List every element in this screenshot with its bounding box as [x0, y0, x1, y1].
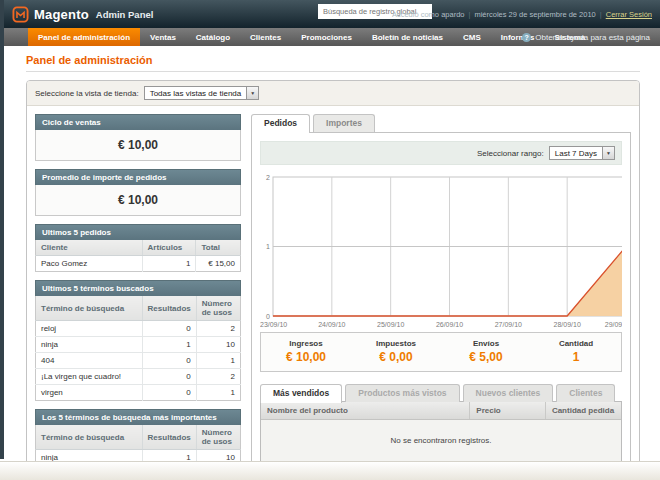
left-tables: Ultimos 5 pedidosClienteArtículosTotalPa… [35, 224, 241, 480]
window-edge [0, 0, 4, 459]
table-row: Paco Gomez1€ 15,00 [36, 256, 241, 272]
dashboard-container: Seleccione la vista de tienda: Todas las… [26, 80, 640, 480]
table-cell: 1 [196, 353, 240, 369]
chart-panel: Seleccionar rango: Last 7 Days ▼ 01223/0… [251, 132, 631, 473]
average-order-box: Promedio de importe de pedidos € 10,00 [35, 169, 241, 216]
svg-text:2: 2 [266, 174, 270, 181]
orders-chart: 01223/09/1024/09/1025/09/1026/09/1027/09… [260, 170, 622, 330]
total-label: Impuestos [351, 339, 441, 348]
nav-item[interactable]: Boletín de noticias [362, 28, 453, 46]
store-view-select[interactable]: Todas las vistas de tienda ▼ [144, 86, 260, 100]
tab[interactable]: Importes [313, 114, 375, 132]
svg-text:24/09/10: 24/09/10 [318, 321, 345, 328]
range-label: Seleccionar rango: [477, 149, 544, 158]
table-cell: virgen [36, 385, 143, 401]
chart-area: 01223/09/1024/09/1025/09/1026/09/1027/09… [260, 165, 622, 332]
column-header: Número de usos [196, 296, 240, 321]
svg-text:25/09/10: 25/09/10 [377, 321, 404, 328]
empty-message: No se encontraron registros. [261, 420, 621, 464]
magento-logo: Magento Admin Panel [12, 6, 153, 23]
column-header: Término de búsqueda [36, 296, 143, 321]
box-title: Los 5 términos de búsqueda más important… [35, 409, 241, 425]
total-stat: Envíos€ 5,00 [441, 339, 531, 364]
left-table-box: Ultimos 5 términos buscadosTérmino de bú… [35, 280, 241, 401]
table-cell: 2 [196, 321, 240, 337]
tab[interactable]: Más vendidos [260, 384, 342, 403]
separator: | [600, 10, 602, 19]
nav-item[interactable]: Clientes [240, 28, 291, 46]
total-stat: Impuestos€ 0,00 [351, 339, 441, 364]
bestsellers-table: Nombre del productoPrecioCantidad pedida… [260, 401, 622, 464]
table-row: ¡La virgen que cuadro!02 [36, 369, 241, 385]
grid-tabs: Más vendidosProductos más vistosNuevos c… [260, 384, 622, 402]
nav-item[interactable]: Ventas [140, 28, 186, 46]
main-nav: Panel de administraciónVentasCatálogoCli… [0, 28, 660, 46]
empty-row: No se encontraron registros. [261, 420, 621, 464]
nav-item[interactable]: CMS [453, 28, 491, 46]
logged-in-as: Accedió como apardo [392, 10, 465, 19]
tab[interactable]: Pedidos [251, 114, 310, 133]
store-view-value: Todas las vistas de tienda [145, 89, 247, 98]
svg-text:1: 1 [266, 243, 270, 250]
total-value: 1 [531, 350, 621, 364]
page-content: Panel de administración Seleccione la vi… [0, 46, 660, 480]
total-value: € 0,00 [351, 350, 441, 364]
table-row: reloj02 [36, 321, 241, 337]
store-view-bar: Seleccione la vista de tienda: Todas las… [27, 81, 639, 106]
lifetime-sales-value: € 10,00 [35, 130, 241, 161]
nav-items: Panel de administraciónVentasCatálogoCli… [28, 28, 595, 46]
total-label: Cantidad [531, 339, 621, 348]
column-header: Resultados [142, 296, 196, 321]
total-stat: Cantidad1 [531, 339, 621, 364]
column-header: Total [196, 240, 241, 256]
nav-item[interactable]: Catálogo [186, 28, 240, 46]
brand-subtitle: Admin Panel [96, 9, 154, 20]
nav-item[interactable]: Panel de administración [28, 28, 140, 46]
table-cell: 1 [142, 256, 196, 272]
box-title: Ciclo de ventas [35, 114, 241, 130]
table-cell: 0 [142, 353, 196, 369]
help-icon: ? [522, 33, 531, 42]
brand-name: Magento [34, 7, 89, 22]
tab[interactable]: Clientes [556, 384, 615, 402]
right-column: PedidosImportes Seleccionar rango: Last … [251, 114, 631, 480]
column-header: Cliente [36, 240, 143, 256]
nav-item[interactable]: Promociones [291, 28, 362, 46]
help-link[interactable]: ? Obtener ayuda para esta página [522, 28, 650, 46]
tab[interactable]: Nuevos clientes [463, 384, 554, 402]
column-header: Término de búsqueda [36, 425, 143, 450]
total-value: € 10,00 [261, 350, 351, 364]
table-cell: ninja [36, 337, 143, 353]
svg-text:29/09/10: 29/09/10 [605, 321, 622, 328]
help-label: Obtener ayuda para esta página [535, 33, 650, 42]
range-select[interactable]: Last 7 Days ▼ [549, 146, 615, 160]
products-header-row: Nombre del productoPrecioCantidad pedida [261, 402, 621, 420]
magento-admin-app: Magento Admin Panel Accedió como apardo … [0, 0, 660, 480]
data-table: ClienteArtículosTotalPaco Gomez1€ 15,00 [35, 240, 241, 272]
column-header: Número de usos [196, 425, 240, 450]
chevron-down-icon: ▼ [246, 87, 258, 99]
logout-link[interactable]: Cerrar Sesión [606, 10, 652, 19]
svg-text:23/09/10: 23/09/10 [260, 321, 287, 328]
box-title: Ultimos 5 pedidos [35, 224, 241, 240]
magento-logo-icon [12, 6, 29, 23]
column-header: Nombre del producto [261, 402, 470, 420]
table-cell: Paco Gomez [36, 256, 143, 272]
separator: | [468, 10, 470, 19]
page-title: Panel de administración [26, 54, 640, 72]
tab[interactable]: Productos más vistos [345, 384, 459, 402]
column-header: Precio [470, 402, 546, 420]
svg-text:28/09/10: 28/09/10 [554, 321, 581, 328]
table-cell: 10 [196, 337, 240, 353]
header-bar: Magento Admin Panel Accedió como apardo … [0, 0, 660, 28]
range-toolbar: Seleccionar rango: Last 7 Days ▼ [260, 141, 622, 165]
table-cell: 0 [142, 369, 196, 385]
svg-text:26/09/10: 26/09/10 [436, 321, 463, 328]
header-user-area: Accedió como apardo | miércoles 29 de se… [392, 0, 652, 28]
total-stat: Ingresos€ 10,00 [261, 339, 351, 364]
box-title: Ultimos 5 términos buscados [35, 280, 241, 296]
table-cell: 404 [36, 353, 143, 369]
table-cell: 1 [142, 337, 196, 353]
current-date: miércoles 29 de septiembre de 2010 [474, 10, 595, 19]
chart-tabs: PedidosImportes [251, 114, 631, 132]
